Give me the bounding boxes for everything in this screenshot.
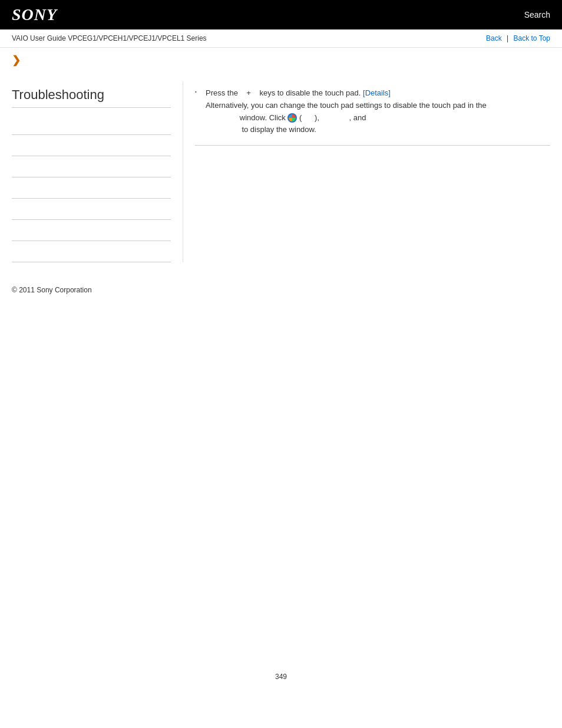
sony-logo: SONY — [12, 5, 57, 24]
page-number: 349 — [263, 661, 299, 693]
nav-bar: VAIO User Guide VPCEG1/VPCEH1/VPCEJ1/VPC… — [0, 29, 562, 48]
content-text: Press the + keys to disable the touch pa… — [206, 87, 550, 136]
nav-separator: | — [507, 34, 508, 42]
window-text: window. Click — [206, 113, 287, 122]
sidebar-title: Troubleshooting — [12, 87, 171, 108]
header: SONY Search — [0, 0, 562, 29]
copyright-text: © 2011 Sony Corporation — [12, 286, 92, 294]
window-text-2: ( ), , and — [299, 113, 366, 122]
breadcrumb: ❯ — [0, 48, 562, 70]
details-link[interactable]: [Details] — [363, 88, 391, 97]
main-content: Troubleshooting • Press the + keys to di… — [0, 70, 562, 274]
sidebar: Troubleshooting — [12, 81, 183, 262]
sidebar-item[interactable] — [12, 114, 171, 135]
back-to-top-link[interactable]: Back to Top — [514, 34, 550, 42]
press-text: Press the + keys to disable the touch pa… — [206, 88, 363, 97]
sidebar-item[interactable] — [12, 199, 171, 220]
sidebar-item[interactable] — [12, 220, 171, 241]
content-item: • Press the + keys to disable the touch … — [195, 87, 550, 136]
content-area: • Press the + keys to disable the touch … — [183, 81, 550, 262]
nav-links: Back | Back to Top — [486, 34, 550, 42]
display-text: to display the window. — [206, 125, 316, 134]
sidebar-item[interactable] — [12, 241, 171, 262]
search-button[interactable]: Search — [524, 10, 550, 19]
windows-start-icon — [287, 113, 297, 123]
back-link[interactable]: Back — [486, 34, 502, 42]
sidebar-item[interactable] — [12, 156, 171, 177]
bullet-icon: • — [195, 88, 201, 96]
content-divider — [195, 145, 550, 146]
breadcrumb-arrow-icon: ❯ — [12, 54, 21, 66]
sidebar-item[interactable] — [12, 177, 171, 199]
footer: © 2011 Sony Corporation — [0, 274, 562, 306]
alternatively-text: Alternatively, you can change the touch … — [206, 101, 487, 110]
sidebar-item[interactable] — [12, 135, 171, 156]
guide-title: VAIO User Guide VPCEG1/VPCEH1/VPCEJ1/VPC… — [12, 34, 207, 42]
